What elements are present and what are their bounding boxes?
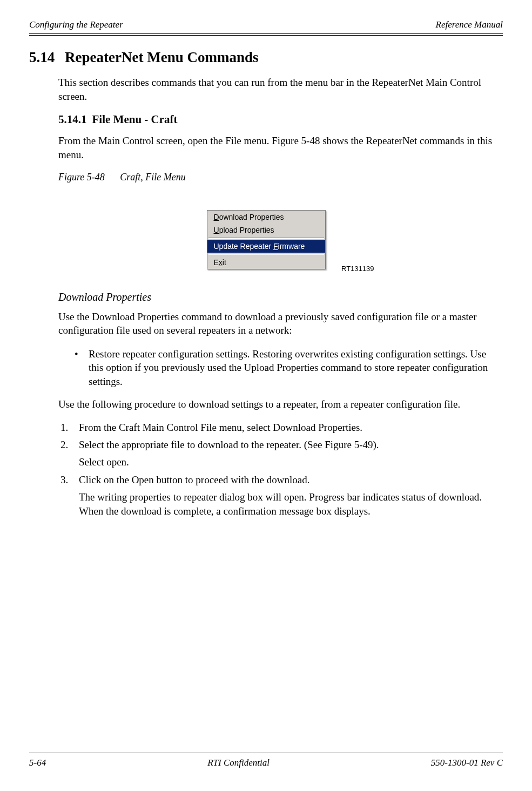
step-number: 2.: [60, 438, 79, 452]
step-text: Click on the Open button to proceed with…: [79, 473, 309, 487]
download-heading: Download Properties: [58, 291, 503, 303]
step-number: 1.: [60, 421, 79, 435]
figure-label: Figure 5-48: [58, 172, 105, 182]
footer-center: RTI Confidential: [207, 758, 270, 768]
step-text: From the Craft Main Control File menu, s…: [79, 421, 362, 435]
bullet-text: Restore repeater configuration settings.…: [89, 347, 503, 389]
bullet-marker: •: [75, 347, 89, 389]
menu-item-update-firmware[interactable]: Update Repeater Firmware: [207, 240, 325, 253]
menu-mnemonic: D: [214, 213, 219, 221]
file-menu: Download Properties Upload Properties Up…: [207, 210, 326, 269]
figure-title: Craft, File Menu: [120, 172, 185, 182]
menu-item-exit[interactable]: Exit: [207, 256, 325, 269]
menu-item-download-properties[interactable]: Download Properties: [207, 211, 325, 224]
step-number: 3.: [60, 473, 79, 487]
step-3: 3. Click on the Open button to proceed w…: [60, 473, 503, 487]
menu-mnemonic: F: [273, 242, 278, 251]
menu-mnemonic: x: [219, 258, 223, 267]
section-heading: 5.14 RepeaterNet Menu Commands: [29, 49, 503, 66]
section-title: RepeaterNet Menu Commands: [65, 49, 258, 66]
step-2-sub: Select open.: [79, 455, 503, 469]
page-footer: 5-64 RTI Confidential 550-1300-01 Rev C: [29, 753, 503, 768]
section-intro: This section describes commands that you…: [58, 76, 503, 103]
header-right: Reference Manual: [436, 19, 503, 30]
step-text: Select the appropriate file to download …: [79, 438, 379, 452]
page-header: Configuring the Repeater Reference Manua…: [29, 19, 503, 34]
subsection-heading: 5.14.1 File Menu - Craft: [58, 113, 503, 126]
menu-label-rest: irmware: [278, 242, 305, 251]
menu-label-pre: E: [214, 258, 219, 267]
menu-label-rest: pload Properties: [219, 226, 274, 234]
subsection-intro: From the Main Control screen, open the F…: [58, 134, 503, 161]
menu-item-upload-properties[interactable]: Upload Properties: [207, 224, 325, 236]
footer-right: 550-1300-01 Rev C: [431, 758, 503, 768]
figure-caption: Figure 5-48 Craft, File Menu: [58, 172, 503, 183]
step-1: 1. From the Craft Main Control File menu…: [60, 421, 503, 435]
menu-label-rest: it: [223, 258, 226, 267]
bullet-item: • Restore repeater configuration setting…: [75, 347, 503, 389]
figure-image-code: RT131139: [341, 265, 374, 273]
menu-separator: [208, 238, 324, 239]
menu-label-rest: ownload Properties: [219, 213, 284, 221]
header-left: Configuring the Repeater: [29, 19, 123, 30]
menu-label-pre: Update Repeater: [214, 242, 274, 251]
figure-container: Download Properties Upload Properties Up…: [147, 210, 385, 269]
menu-mnemonic: U: [214, 226, 219, 234]
page-number: 5-64: [29, 758, 46, 768]
step-2: 2. Select the appropriate file to downlo…: [60, 438, 503, 452]
download-para1: Use the Download Properties command to d…: [58, 310, 503, 337]
step-3-sub: The writing properties to repeater dialo…: [79, 490, 503, 518]
section-number: 5.14: [29, 49, 57, 66]
subsection-number: 5.14.1: [58, 113, 87, 126]
download-para2: Use the following procedure to download …: [58, 397, 503, 411]
page-content: 5.14 RepeaterNet Menu Commands This sect…: [29, 34, 503, 518]
menu-separator: [208, 254, 324, 255]
subsection-title: File Menu - Craft: [92, 113, 178, 126]
